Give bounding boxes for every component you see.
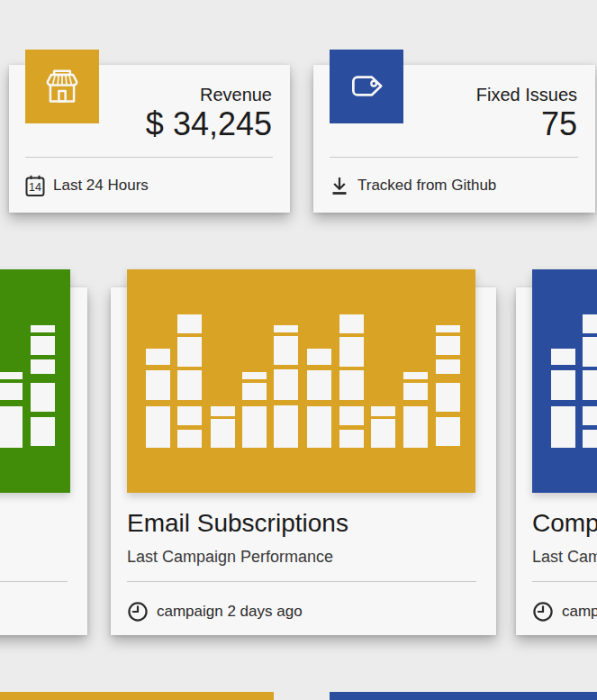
chart-bar-segment (31, 325, 55, 332)
chart-bar-segment (146, 349, 170, 365)
email-subscriptions-title: Email Subscriptions (127, 507, 348, 540)
chart-bar-segment (0, 406, 23, 448)
chart-bar-segment (177, 370, 202, 400)
chart-bar-segment (177, 406, 202, 425)
chart-bar-segment (177, 314, 202, 333)
card-divider (25, 157, 273, 158)
calendar-14-icon: 14 (25, 175, 45, 197)
card-divider (330, 157, 578, 158)
clock-icon (127, 601, 149, 623)
chart-bar-segment (583, 406, 597, 425)
chart-bar-segment (436, 325, 460, 332)
completed-tasks-subtitle: Last Campaign Performance (532, 546, 597, 568)
chart-bar-segment (242, 372, 267, 379)
completed-tasks-footer-text: campaign 2 days ago (562, 603, 597, 621)
green-equalizer-chart (0, 269, 70, 493)
chart-bar-segment (583, 314, 597, 333)
completed-tasks-footer: campaign 2 days ago (532, 595, 597, 628)
fixed-issues-value: 75 (541, 104, 577, 145)
chart-bar-segment (242, 406, 267, 448)
chart-bar-segment (436, 359, 460, 374)
next-row-orange-panel-peek (0, 692, 274, 700)
chart-bar-segment (307, 349, 331, 365)
chart-bar-segment (31, 383, 55, 412)
chart-bar-segment (371, 419, 395, 448)
chart-bar-segment (339, 430, 364, 448)
fixed-issues-footer-text: Tracked from Github (357, 177, 496, 195)
chart-bar-segment (403, 372, 428, 379)
chart-bar-segment (551, 349, 575, 365)
chart-bar-segment (339, 314, 364, 333)
next-row-blue-panel-peek (330, 692, 597, 700)
chart-bar-segment (307, 370, 331, 400)
fixed-issues-stat-card[interactable]: Fixed Issues 75 Tracked from Github (313, 65, 595, 213)
card-divider (127, 581, 476, 582)
revenue-footer-text: Last 24 Hours (53, 177, 149, 195)
orange-equalizer-chart (127, 269, 475, 493)
email-subscriptions-card[interactable]: Email Subscriptions Last Campaign Perfor… (111, 287, 496, 635)
completed-tasks-card[interactable]: Completed Tasks Last Campaign Performanc… (516, 287, 597, 635)
revenue-value: $ 34,245 (146, 104, 272, 145)
revenue-footer: 14 Last 24 Hours (25, 169, 149, 202)
chart-bar-segment (211, 419, 235, 448)
chart-bar-segment (436, 383, 460, 412)
svg-text:14: 14 (29, 181, 41, 194)
chart-bar-segment (0, 372, 23, 379)
chart-bar-segment (371, 406, 395, 416)
chart-bar-segment (403, 383, 428, 400)
revenue-label: Revenue (200, 84, 272, 105)
chart-bar-segment (31, 417, 55, 446)
chart-bar-segment (211, 406, 235, 416)
email-subscriptions-subtitle: Last Campaign Performance (127, 546, 333, 568)
chart-bar-segment (146, 370, 170, 400)
left-chart-card[interactable] (0, 287, 87, 635)
chart-bar-segment (177, 430, 202, 448)
email-subscriptions-footer: campaign 2 days ago (127, 595, 303, 628)
chart-bar-segment (274, 405, 298, 448)
chart-bar-segment (274, 336, 298, 365)
chart-bar-segment (339, 406, 364, 425)
revenue-stat-card[interactable]: Revenue $ 34,245 14 Last 24 Hours (9, 65, 290, 213)
chart-bar-segment (583, 337, 597, 367)
chart-bar-segment (177, 337, 202, 367)
chart-bar-segment (274, 325, 298, 332)
chart-bar-segment (436, 417, 460, 446)
chart-bar-segment (307, 406, 331, 448)
storefront-icon (25, 50, 99, 123)
tag-icon (330, 50, 403, 123)
chart-bar-segment (436, 336, 460, 355)
chart-bar-segment (274, 369, 298, 400)
email-subscriptions-footer-text: campaign 2 days ago (157, 603, 303, 621)
chart-bar-segment (339, 337, 364, 367)
chart-bar-segment (583, 370, 597, 400)
chart-bar-segment (146, 406, 170, 448)
fixed-issues-label: Fixed Issues (476, 84, 577, 105)
card-divider (532, 581, 597, 582)
chart-bar-segment (551, 406, 575, 448)
clock-icon (532, 601, 554, 623)
completed-tasks-title: Completed Tasks (532, 507, 597, 540)
card-divider (0, 581, 68, 582)
chart-bar-segment (551, 370, 575, 400)
chart-bar-segment (0, 383, 23, 400)
chart-bar-segment (242, 383, 267, 400)
blue-equalizer-chart (532, 269, 597, 493)
chart-bar-segment (339, 370, 364, 400)
download-icon (330, 175, 349, 197)
chart-bar-segment (583, 430, 597, 448)
chart-bar-segment (31, 359, 55, 374)
fixed-issues-footer: Tracked from Github (330, 169, 496, 202)
chart-bar-segment (31, 336, 55, 355)
chart-bar-segment (403, 406, 428, 448)
